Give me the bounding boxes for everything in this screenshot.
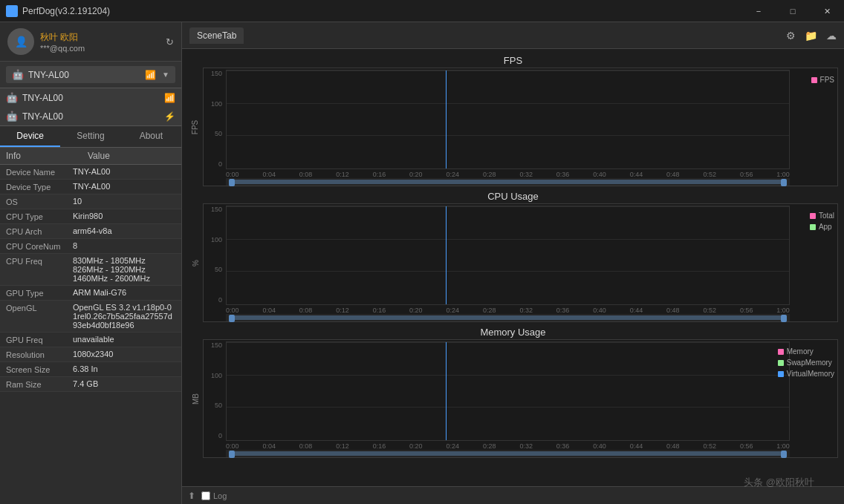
device-item-0[interactable]: 🤖 TNY-AL00 📶 bbox=[0, 88, 181, 107]
chart-section-0: FPSFPS1501005000:000:040:080:120:160:200… bbox=[182, 52, 844, 186]
legend-item: SwapMemory bbox=[778, 359, 834, 367]
info-row-3: CPU TypeKirin980 bbox=[0, 209, 181, 224]
grid-line bbox=[227, 375, 789, 376]
selected-device-dropdown[interactable]: 🤖 TNY-AL00 📶 ▼ bbox=[6, 66, 175, 83]
info-table-header: Info Value bbox=[0, 148, 181, 165]
tab-setting[interactable]: Setting bbox=[60, 126, 120, 147]
android-dot-icon-1: 🤖 bbox=[6, 111, 18, 122]
chart-inner-1[interactable]: 1501005000:000:040:080:120:160:200:240:2… bbox=[203, 203, 838, 322]
x-tick: 0:12 bbox=[336, 171, 349, 178]
x-tick: 0:00 bbox=[226, 171, 239, 178]
grid-line bbox=[227, 103, 789, 104]
x-tick: 0:40 bbox=[593, 171, 606, 178]
chart-title-0: FPS bbox=[188, 52, 838, 66]
info-row-10: Resolution1080x2340 bbox=[0, 347, 181, 362]
chart-inner-2[interactable]: 1501005000:000:040:080:120:160:200:240:2… bbox=[203, 339, 838, 458]
tab-about[interactable]: About bbox=[121, 126, 181, 147]
grid-line bbox=[227, 206, 789, 207]
chart-inner-0[interactable]: 1501005000:000:040:080:120:160:200:240:2… bbox=[203, 68, 838, 186]
info-value-11: 6.38 In bbox=[73, 364, 175, 373]
x-tick: 0:44 bbox=[630, 307, 643, 314]
info-row-8: OpenGLOpenGL ES 3.2 v1.r18p0-01rel0.26c7… bbox=[0, 301, 181, 333]
user-icons: ↻ bbox=[166, 36, 174, 48]
info-label-3: CPU Type bbox=[6, 212, 73, 221]
y-tick: 0 bbox=[204, 296, 224, 304]
refresh-icon[interactable]: ↻ bbox=[166, 36, 174, 48]
chart-container-0: FPS1501005000:000:040:080:120:160:200:24… bbox=[188, 68, 838, 186]
app-icon bbox=[6, 5, 18, 17]
x-tick: 0:36 bbox=[556, 307, 570, 314]
info-label-11: Screen Size bbox=[6, 364, 73, 374]
dropdown-arrow-icon: ▼ bbox=[162, 71, 169, 79]
device-item-name-0: TNY-AL00 bbox=[22, 93, 63, 103]
scrollbar-range-1 bbox=[235, 315, 781, 320]
info-row-7: GPU TypeARM Mali-G76 bbox=[0, 286, 181, 301]
chart-legend-0: FPS bbox=[811, 76, 834, 84]
scrollbar-thumb-right-0[interactable] bbox=[781, 179, 787, 186]
x-tick: 0:24 bbox=[447, 442, 460, 450]
legend-label: FPS bbox=[820, 76, 834, 84]
grid-line bbox=[227, 135, 789, 136]
device-tabs: Device Setting About bbox=[0, 126, 181, 148]
y-tick: 50 bbox=[204, 266, 224, 273]
app-title: PerfDog(v3.2.191204) bbox=[22, 6, 838, 16]
scrollbar-thumb-left-1[interactable] bbox=[229, 315, 235, 322]
info-label-4: CPU Arch bbox=[6, 226, 73, 236]
usb-conn-icon: ⚡ bbox=[164, 111, 175, 122]
cloud-icon[interactable]: ☁ bbox=[826, 30, 837, 42]
maximize-button[interactable]: □ bbox=[776, 0, 810, 22]
scrollbar-thumb-right-1[interactable] bbox=[781, 315, 787, 322]
header-icons: ⚙ 📁 ☁ bbox=[786, 30, 837, 42]
info-label-2: OS bbox=[6, 197, 73, 206]
y-tick: 100 bbox=[204, 236, 224, 243]
chart-scrollbar-1[interactable] bbox=[226, 314, 790, 321]
x-tick: 0:04 bbox=[262, 442, 276, 450]
device-selector: 🤖 TNY-AL00 📶 ▼ bbox=[0, 62, 181, 88]
scene-tab[interactable]: SceneTab bbox=[189, 27, 244, 44]
info-row-12: Ram Size7.4 GB bbox=[0, 377, 181, 392]
x-tick: 0:12 bbox=[336, 307, 349, 314]
chart-cursor-2 bbox=[446, 342, 447, 440]
scrollbar-thumb-right-2[interactable] bbox=[781, 451, 787, 458]
info-value-1: TNY-AL00 bbox=[73, 182, 175, 191]
scrollbar-thumb-left-2[interactable] bbox=[229, 451, 235, 458]
legend-label: VirtualMemory bbox=[787, 370, 834, 378]
x-tick: 0:28 bbox=[483, 307, 496, 314]
folder-icon[interactable]: 📁 bbox=[805, 30, 817, 42]
y-tick: 0 bbox=[204, 160, 224, 168]
legend-color-dot bbox=[810, 224, 816, 230]
scrollbar-thumb-left-0[interactable] bbox=[229, 179, 235, 186]
close-button[interactable]: ✕ bbox=[810, 0, 844, 22]
info-row-9: GPU Frequnavailable bbox=[0, 333, 181, 347]
info-value-8: OpenGL ES 3.2 v1.r18p0-01rel0.26c7b5a25f… bbox=[73, 303, 175, 330]
chart-scrollbar-2[interactable] bbox=[226, 450, 790, 457]
info-row-0: Device NameTNY-AL00 bbox=[0, 165, 181, 180]
scrollbar-range-0 bbox=[235, 180, 781, 184]
window-controls: − □ ✕ bbox=[741, 0, 844, 22]
android-icon: 🤖 bbox=[12, 69, 24, 80]
minimize-button[interactable]: − bbox=[741, 0, 776, 22]
x-tick: 0:24 bbox=[447, 307, 460, 314]
settings-icon[interactable]: ⚙ bbox=[786, 30, 796, 42]
legend-color-dot bbox=[778, 371, 784, 377]
device-dropdown-list: 🤖 TNY-AL00 📶 🤖 TNY-AL00 ⚡ bbox=[0, 88, 181, 126]
x-tick: 1:00 bbox=[776, 307, 790, 314]
chart-section-2: Memory UsageMB1501005000:000:040:080:120… bbox=[182, 324, 844, 458]
x-tick: 0:36 bbox=[556, 171, 570, 178]
device-item-name-1: TNY-AL00 bbox=[22, 111, 63, 122]
x-tick: 0:00 bbox=[226, 442, 239, 450]
expand-icon[interactable]: ⬆ bbox=[188, 491, 195, 501]
chart-scrollbar-0[interactable] bbox=[226, 178, 790, 186]
chart-cursor-0 bbox=[446, 71, 447, 168]
info-label-7: GPU Type bbox=[6, 288, 73, 298]
log-checkbox[interactable] bbox=[201, 491, 210, 500]
chart-section-1: CPU Usage%1501005000:000:040:080:120:160… bbox=[182, 188, 844, 322]
plot-area-1 bbox=[226, 206, 790, 305]
info-value-12: 7.4 GB bbox=[73, 379, 175, 388]
wifi-conn-icon: 📶 bbox=[164, 93, 175, 103]
tab-device[interactable]: Device bbox=[0, 126, 60, 147]
device-item-1[interactable]: 🤖 TNY-AL00 ⚡ bbox=[0, 107, 181, 125]
main-layout: 👤 秋叶 欧阳 ***@qq.com ↻ 🤖 TNY-AL00 📶 ▼ bbox=[0, 22, 844, 504]
x-tick: 0:40 bbox=[593, 307, 606, 314]
y-tick: 50 bbox=[204, 130, 224, 137]
